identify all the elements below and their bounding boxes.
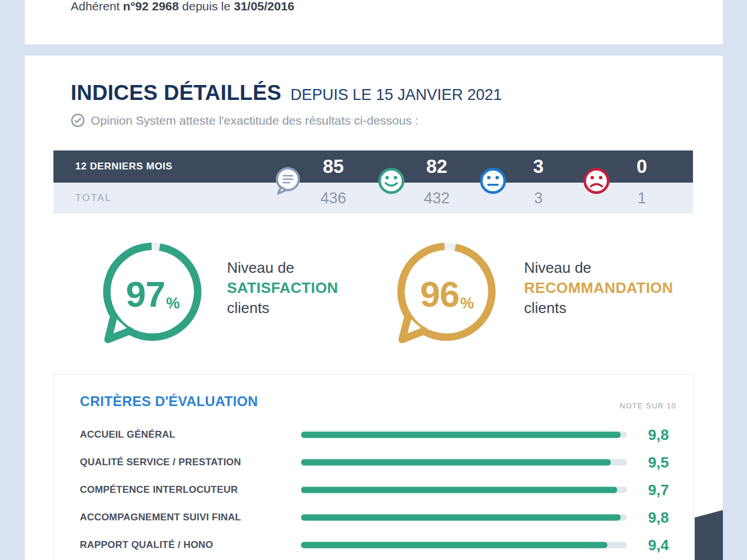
stat-total-value: 432 bbox=[423, 183, 449, 214]
sad-face-icon bbox=[583, 168, 610, 194]
adherent-date: 31/05/2016 bbox=[234, 0, 294, 13]
percent-sign: % bbox=[460, 295, 474, 312]
criteria-bar-fill bbox=[301, 459, 611, 466]
stat-last12-value: 3 bbox=[533, 150, 544, 183]
criteria-bar-track bbox=[301, 487, 627, 493]
criteria-bar-fill bbox=[301, 487, 617, 493]
criteria-row: ACCUEIL GÉNÉRAL 9,8 bbox=[54, 421, 694, 449]
recommendation-caption-line3: clients bbox=[524, 298, 673, 318]
stat-last12-value: 82 bbox=[426, 150, 448, 183]
adherent-banner: Adhérent n°92 2968 depuis le 31/05/2016 bbox=[25, 0, 723, 44]
criteria-label: ACCOMPAGNEMENT SUIVI FINAL bbox=[80, 512, 241, 523]
recommendation-caption-line2: RECOMMANDATION bbox=[524, 278, 673, 298]
criteria-row: QUALITÉ SERVICE / PRESTATION 9,5 bbox=[54, 449, 694, 476]
page: Adhérent n°92 2968 depuis le 31/05/2016 … bbox=[0, 0, 747, 560]
criteria-row: ACCOMPAGNEMENT SUIVI FINAL 9,8 bbox=[54, 504, 694, 531]
criteria-bar-track bbox=[301, 432, 627, 438]
criteria-score: 9,7 bbox=[648, 481, 669, 499]
section-header: INDICES DÉTAILLÉS DEPUIS LE 15 JANVIER 2… bbox=[71, 81, 502, 105]
criteria-rows: ACCUEIL GÉNÉRAL 9,8 QUALITÉ SERVICE / PR… bbox=[54, 421, 694, 559]
criteria-panel: CRITÈRES D'ÉVALUATION NOTE SUR 10 ACCUEI… bbox=[53, 374, 694, 560]
satisfaction-percent: 97% bbox=[92, 273, 213, 315]
criteria-bar-fill bbox=[301, 515, 621, 521]
criteria-title: CRITÈRES D'ÉVALUATION bbox=[80, 393, 258, 410]
criteria-score: 9,4 bbox=[648, 536, 669, 554]
criteria-score: 9,8 bbox=[648, 509, 669, 527]
criteria-label: ACCUEIL GÉNÉRAL bbox=[80, 429, 175, 441]
stat-total-value: 3 bbox=[534, 183, 542, 214]
criteria-label: COMPÉTENCE INTERLOCUTEUR bbox=[80, 484, 238, 496]
criteria-row: RAPPORT QUALITÉ / HONO 9,4 bbox=[54, 531, 694, 559]
satisfaction-value: 97 bbox=[126, 274, 165, 314]
page-title: INDICES DÉTAILLÉS bbox=[71, 81, 282, 105]
speech-bubble-icon bbox=[272, 165, 302, 195]
criteria-bar-fill bbox=[301, 432, 621, 438]
check-circle-icon bbox=[71, 113, 85, 128]
criteria-score: 9,5 bbox=[648, 454, 669, 472]
stat-total-value: 436 bbox=[320, 183, 346, 214]
satisfaction-gauge: 97% bbox=[92, 233, 213, 353]
stats-table: 12 DERNIERS MOIS TOTAL 85436 82432 33 01 bbox=[53, 150, 693, 214]
criteria-scale-note: NOTE SUR 10 bbox=[620, 401, 676, 410]
page-subtitle: DEPUIS LE 15 JANVIER 2021 bbox=[291, 86, 502, 104]
percent-sign: % bbox=[166, 295, 180, 312]
adherent-line: Adhérent n°92 2968 depuis le 31/05/2016 bbox=[71, 0, 294, 14]
adherent-middle: depuis le bbox=[179, 0, 234, 13]
recommendation-gauge: 96% bbox=[386, 233, 507, 353]
recommendation-caption: Niveau de RECOMMANDATION clients bbox=[524, 258, 673, 318]
recommendation-value: 96 bbox=[420, 274, 459, 314]
adherent-number: n°92 2968 bbox=[123, 0, 179, 13]
recommendation-caption-line1: Niveau de bbox=[524, 258, 673, 278]
satisfaction-caption-line3: clients bbox=[227, 298, 338, 318]
stat-total-value: 1 bbox=[637, 183, 646, 214]
satisfaction-caption: Niveau de SATISFACTION clients bbox=[227, 258, 338, 318]
criteria-label: QUALITÉ SERVICE / PRESTATION bbox=[80, 457, 241, 468]
criteria-bar-track bbox=[301, 459, 627, 466]
criteria-label: RAPPORT QUALITÉ / HONO bbox=[80, 539, 213, 551]
criteria-bar-track bbox=[301, 515, 627, 521]
stats-row-total-label: TOTAL bbox=[75, 183, 111, 214]
criteria-bar-fill bbox=[301, 542, 607, 549]
neutral-face-icon bbox=[480, 168, 506, 194]
attestation-line: Opinion System atteste l'exactitude des … bbox=[71, 113, 418, 128]
satisfaction-caption-line1: Niveau de bbox=[227, 258, 338, 278]
adherent-prefix: Adhérent bbox=[71, 0, 123, 13]
stats-row-last12-label: 12 DERNIERS MOIS bbox=[75, 150, 172, 183]
criteria-score: 9,8 bbox=[648, 426, 669, 444]
attestation-text: Opinion System atteste l'exactitude des … bbox=[91, 114, 418, 128]
recommendation-percent: 96% bbox=[386, 273, 507, 315]
happy-face-icon bbox=[378, 168, 405, 194]
corner-graphic bbox=[695, 510, 723, 560]
criteria-row: COMPÉTENCE INTERLOCUTEUR 9,7 bbox=[54, 476, 694, 504]
stat-last12-value: 85 bbox=[323, 150, 344, 183]
indices-card: INDICES DÉTAILLÉS DEPUIS LE 15 JANVIER 2… bbox=[25, 56, 723, 560]
stat-last12-value: 0 bbox=[637, 150, 647, 183]
satisfaction-caption-line2: SATISFACTION bbox=[227, 278, 338, 298]
criteria-bar-track bbox=[301, 542, 627, 549]
